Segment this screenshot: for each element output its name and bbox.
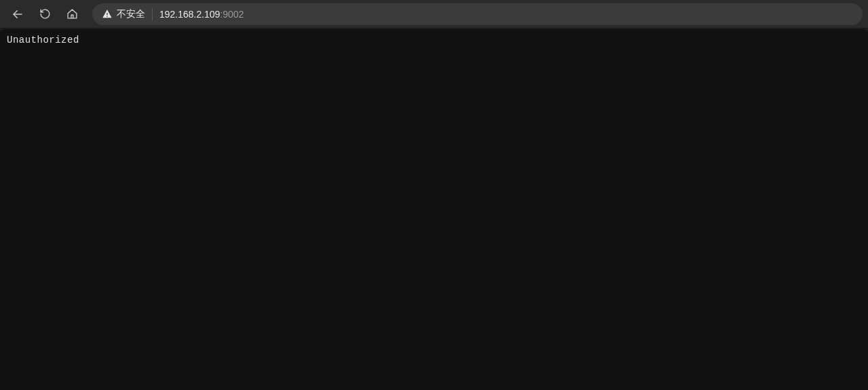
unauthorized-message: Unauthorized: [7, 35, 861, 45]
svg-rect-1: [106, 13, 107, 15]
url-port: :9002: [220, 9, 244, 20]
security-label: 不安全: [117, 8, 145, 20]
address-divider: [152, 8, 153, 20]
home-button[interactable]: [60, 2, 84, 26]
nav-button-group: [5, 2, 84, 26]
refresh-icon: [39, 8, 51, 20]
warning-icon: [102, 9, 113, 20]
security-badge[interactable]: 不安全: [102, 8, 145, 20]
page-content: Unauthorized: [0, 29, 868, 390]
arrow-left-icon: [12, 8, 24, 20]
url-host: 192.168.2.109: [159, 9, 220, 20]
back-button[interactable]: [5, 2, 30, 26]
url-display: 192.168.2.109:9002: [159, 9, 244, 20]
svg-rect-2: [106, 16, 107, 16]
home-icon: [66, 8, 78, 20]
address-bar[interactable]: 不安全 192.168.2.109:9002: [92, 3, 863, 25]
refresh-button[interactable]: [33, 2, 57, 26]
browser-toolbar: 不安全 192.168.2.109:9002: [0, 0, 868, 28]
